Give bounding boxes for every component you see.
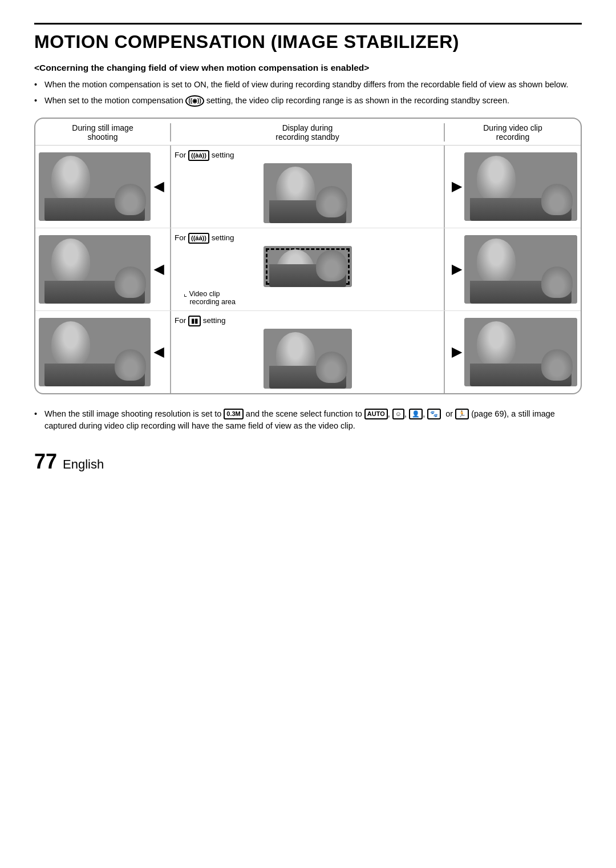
cell-mid-3: For ▮▮ setting — [171, 311, 445, 393]
diagram-row-3: ◀ For ▮▮ setting ▶ — [35, 311, 581, 393]
icon-face: ☺ — [392, 409, 404, 419]
photo-mid-1 — [264, 163, 352, 223]
bullet-1: When the motion compensation is set to O… — [34, 79, 582, 91]
page-number: 77 — [34, 450, 57, 474]
photo-right-2 — [464, 235, 577, 304]
bottom-bullet-1: When the still image shooting resolution… — [34, 408, 582, 433]
photo-right-3 — [464, 318, 577, 386]
col-header-mid: Display duringrecording standby — [171, 123, 445, 142]
bullet-2: When set to the motion compensation ((◉)… — [34, 95, 582, 107]
cell-left-3: ◀ — [35, 311, 171, 393]
video-clip-label: ⌞ Video clip recording area — [184, 289, 236, 306]
icon-03m: 0.3M — [224, 409, 243, 419]
cell-left-1: ◀ — [35, 146, 171, 228]
top-rule — [34, 23, 582, 25]
photo-mid-3 — [264, 329, 352, 389]
photo-left-2 — [39, 235, 151, 304]
icon-badge-2: ((áá)) — [188, 233, 209, 244]
photo-left-3 — [39, 318, 151, 386]
section-subtitle: <Concerning the changing field of view w… — [34, 63, 582, 73]
col-header-right: During video cliprecording — [445, 123, 581, 142]
page-title: MOTION COMPENSATION (IMAGE STABILIZER) — [34, 31, 582, 53]
for-label-1: For ((àà)) setting — [175, 150, 234, 161]
intro-bullets: When the motion compensation is set to O… — [34, 79, 582, 107]
arrow-right-2: ▶ — [448, 262, 464, 277]
arrow-right-3: ▶ — [448, 345, 464, 360]
for-label-2: For ((áá)) setting — [175, 233, 234, 244]
diagram-row-1: ◀ For ((àà)) setting ▶ — [35, 146, 581, 228]
diagram-row-2: ◀ For ((áá)) setting ⌞ Video clip record… — [35, 228, 581, 311]
icon-kids: 👤 — [409, 409, 423, 419]
cell-mid-1: For ((àà)) setting — [171, 146, 445, 228]
photo-mid-2 — [264, 246, 352, 287]
icon-badge-3: ▮▮ — [188, 316, 201, 326]
diagram-frame: During still imageshooting Display durin… — [34, 118, 582, 394]
cell-right-2: ▶ — [445, 228, 581, 310]
cell-right-1: ▶ — [445, 146, 581, 228]
or-text: or — [445, 409, 453, 418]
cell-mid-2: For ((áá)) setting ⌞ Video clip recordin… — [171, 228, 445, 310]
cell-right-3: ▶ — [445, 311, 581, 393]
icon-pet: 🐾 — [427, 409, 441, 419]
col-header-left: During still imageshooting — [35, 123, 171, 142]
photo-right-1 — [464, 152, 577, 221]
arrow-left-2: ◀ — [151, 262, 167, 277]
icon-auto: AUTO — [364, 409, 388, 419]
page-footer: 77 English — [34, 450, 582, 474]
icon-badge-1: ((àà)) — [188, 150, 209, 161]
for-label-3: For ▮▮ setting — [175, 316, 226, 326]
arrow-left-3: ◀ — [151, 345, 167, 360]
cell-left-2: ◀ — [35, 228, 171, 310]
bottom-bullets: When the still image shooting resolution… — [34, 408, 582, 433]
icon-round-badge: ((◉)) — [185, 95, 204, 107]
photo-left-1 — [39, 152, 151, 221]
diagram-headers: During still imageshooting Display durin… — [35, 119, 581, 146]
arrow-left-1: ◀ — [151, 179, 167, 194]
icon-sport: 🏃 — [455, 409, 469, 419]
arrow-right-1: ▶ — [448, 179, 464, 194]
page-language: English — [63, 457, 104, 472]
